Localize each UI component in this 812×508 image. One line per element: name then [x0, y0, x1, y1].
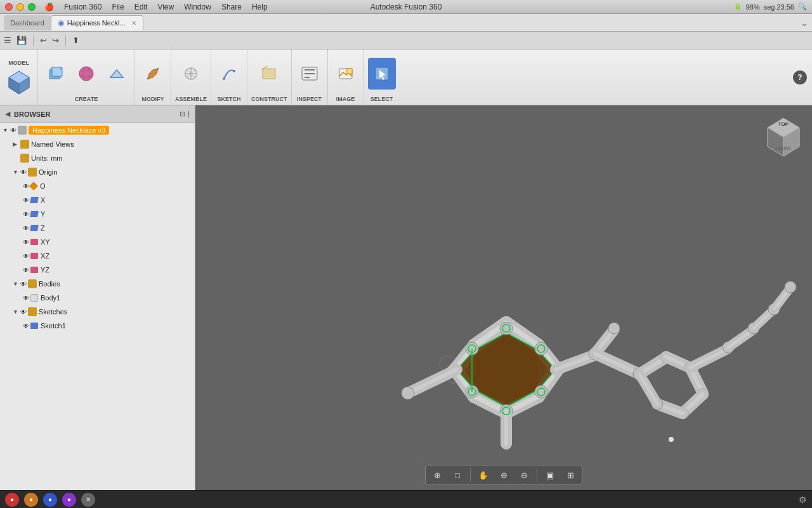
- help-menu-item[interactable]: Help: [252, 3, 268, 11]
- maximize-window-button[interactable]: [28, 3, 36, 11]
- pan-reset-button[interactable]: □: [449, 467, 466, 483]
- select-tool-button[interactable]: [368, 58, 396, 90]
- surface-tool-button[interactable]: [103, 58, 131, 90]
- undo-button[interactable]: ↩: [40, 36, 47, 45]
- tree-item-xy[interactable]: 👁 XY: [0, 235, 195, 249]
- root-eye-icon[interactable]: 👁: [10, 127, 16, 134]
- window-menu-item[interactable]: Window: [184, 3, 211, 11]
- tree-item-x[interactable]: 👁 X: [0, 193, 195, 207]
- assemble-section: ASSEMBLE: [171, 50, 211, 105]
- fusion360-menu-item[interactable]: Fusion 360: [64, 3, 102, 11]
- inspect-tool-button[interactable]: [296, 58, 324, 90]
- image-tool-button[interactable]: [332, 58, 360, 90]
- status-icon-orange[interactable]: ●: [24, 493, 38, 507]
- xz-plane-icon: [30, 253, 38, 259]
- tab-expand-button[interactable]: ⌄: [801, 18, 808, 28]
- solid-tool-button[interactable]: [42, 58, 70, 90]
- tree-item-named-views[interactable]: ▶ Named Views: [0, 137, 195, 151]
- pan-button[interactable]: ✋: [475, 467, 492, 483]
- status-icon-close[interactable]: ✕: [81, 493, 95, 507]
- status-icon-purple[interactable]: ●: [62, 493, 76, 507]
- image-section: IMAGE: [328, 50, 364, 105]
- help-button[interactable]: ?: [793, 70, 807, 84]
- sphere-tool-button[interactable]: [72, 58, 100, 90]
- bodies-eye-icon[interactable]: 👁: [20, 281, 27, 288]
- svg-point-57: [500, 322, 513, 335]
- sketch-tool-button[interactable]: [215, 58, 243, 90]
- edit-menu-item[interactable]: Edit: [134, 3, 148, 11]
- viewport[interactable]: TOP FRONT: [195, 105, 812, 490]
- svg-line-6: [49, 67, 52, 70]
- xy-eye-icon[interactable]: 👁: [23, 239, 29, 246]
- display-mode-button[interactable]: ▣: [541, 467, 559, 483]
- root-arrow[interactable]: ▼: [3, 127, 10, 133]
- model-label: MODEL: [8, 60, 29, 66]
- minimize-window-button[interactable]: [16, 3, 24, 11]
- browser-divider-handle[interactable]: |: [188, 110, 190, 118]
- tree-item-units[interactable]: Units: mm: [0, 151, 195, 165]
- tree-item-xz[interactable]: 👁 XZ: [0, 249, 195, 263]
- tree-item-y[interactable]: 👁 Y: [0, 207, 195, 221]
- tree-item-bodies[interactable]: ▼ 👁 Bodies: [0, 277, 195, 291]
- o-eye-icon[interactable]: 👁: [23, 183, 29, 190]
- orbit-button[interactable]: ⊕: [428, 467, 446, 483]
- tab-dashboard[interactable]: Dashboard: [4, 15, 51, 30]
- tree-item-body1[interactable]: 👁 Body1: [0, 291, 195, 305]
- status-icon-red[interactable]: ●: [5, 493, 19, 507]
- tree-item-yz[interactable]: 👁 YZ: [0, 263, 195, 277]
- z-eye-icon[interactable]: 👁: [23, 225, 29, 232]
- sketches-arrow[interactable]: ▼: [13, 309, 20, 315]
- zoom-in-button[interactable]: ⊕: [495, 467, 513, 483]
- tree-item-z[interactable]: 👁 Z: [0, 221, 195, 235]
- yz-eye-icon[interactable]: 👁: [23, 267, 29, 274]
- view-menu-item[interactable]: View: [157, 3, 174, 11]
- save-button[interactable]: 💾: [16, 36, 27, 45]
- construct-tool-button[interactable]: [255, 58, 283, 90]
- status-icon-blue[interactable]: ●: [43, 493, 57, 507]
- browser-collapse-arrow[interactable]: ◀: [5, 110, 10, 118]
- model-cube-icon[interactable]: [5, 67, 33, 95]
- zoom-out-button[interactable]: ⊖: [515, 467, 533, 483]
- tree-item-o[interactable]: 👁 O: [0, 179, 195, 193]
- origin-arrow[interactable]: ▼: [13, 169, 20, 175]
- file-menu-item[interactable]: File: [112, 3, 124, 11]
- tree-item-sketch1[interactable]: 👁 Sketch1: [0, 319, 195, 333]
- sketch-section: SKETCH: [211, 50, 247, 105]
- redo-button[interactable]: ↪: [52, 36, 59, 45]
- tree-item-sketches[interactable]: ▼ 👁 Sketches: [0, 305, 195, 319]
- named-views-folder-icon: [20, 140, 29, 149]
- gear-icon[interactable]: ⚙: [799, 495, 807, 505]
- browser-header: ◀ BROWSER ⊟ |: [0, 105, 195, 123]
- tree-item-root[interactable]: ▼ 👁 Happiness Necklace v3: [0, 123, 195, 137]
- browser-settings-button[interactable]: ⊟: [180, 110, 185, 118]
- tab-happiness-necklace[interactable]: ◉ Happiness Neckl... ✕: [51, 15, 143, 30]
- grid-button[interactable]: ⊞: [561, 467, 579, 483]
- apple-menu-item[interactable]: 🍎: [44, 3, 54, 11]
- 3d-scene[interactable]: [195, 105, 812, 490]
- assemble-tool-button[interactable]: [177, 58, 205, 90]
- hamburger-menu-button[interactable]: ☰: [4, 36, 11, 45]
- close-window-button[interactable]: [5, 3, 13, 11]
- y-eye-icon[interactable]: 👁: [23, 211, 29, 218]
- named-views-arrow[interactable]: ▶: [13, 141, 20, 147]
- units-label: Units: mm: [31, 154, 63, 162]
- tab-close-button[interactable]: ✕: [131, 20, 136, 27]
- share-button[interactable]: ⬆: [72, 36, 79, 45]
- share-menu-item[interactable]: Share: [221, 3, 242, 11]
- tree-item-origin[interactable]: ▼ 👁 Origin: [0, 165, 195, 179]
- x-eye-icon[interactable]: 👁: [23, 197, 29, 204]
- search-icon[interactable]: 🔍: [798, 3, 807, 11]
- window-controls[interactable]: [5, 3, 36, 11]
- dashboard-tab-label: Dashboard: [10, 19, 44, 27]
- bodies-arrow[interactable]: ▼: [13, 281, 20, 287]
- browser-panel: ◀ BROWSER ⊟ | ▼ 👁 Happiness Necklace v3 …: [0, 105, 195, 490]
- yz-label: YZ: [41, 266, 49, 274]
- xz-eye-icon[interactable]: 👁: [23, 253, 29, 260]
- sketch1-eye-icon[interactable]: 👁: [23, 323, 29, 330]
- battery-icon: 🔋: [733, 3, 742, 11]
- origin-eye-icon[interactable]: 👁: [20, 169, 27, 176]
- body1-eye-icon[interactable]: 👁: [23, 295, 29, 302]
- o-label: O: [40, 182, 46, 190]
- modify-tool-button[interactable]: [139, 58, 167, 90]
- sketches-eye-icon[interactable]: 👁: [20, 309, 27, 316]
